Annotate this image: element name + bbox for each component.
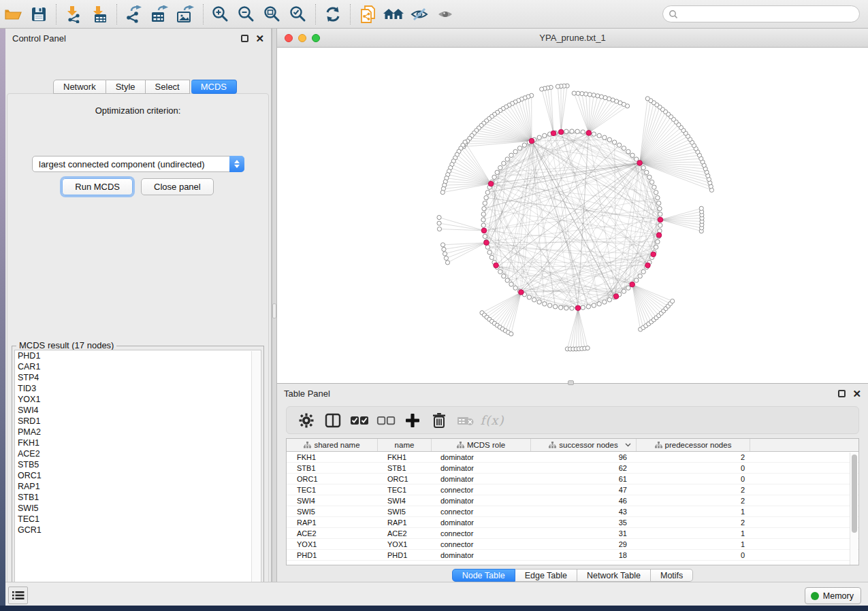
run-mcds-button[interactable]: Run MCDS — [62, 178, 133, 195]
node-table: shared name name MCDS role successor nod… — [286, 438, 859, 565]
mcds-list-scrollbar[interactable] — [251, 351, 260, 596]
tab-network[interactable]: Network — [53, 80, 106, 94]
network-canvas[interactable] — [277, 48, 868, 383]
column-header-mcds-role[interactable]: MCDS role — [432, 439, 531, 451]
column-header-predecessor-nodes[interactable]: predecessor nodes — [637, 439, 750, 451]
sort-chevron-icon[interactable] — [625, 443, 631, 447]
dropdown-stepper-icon — [229, 156, 244, 172]
dropdown-value: largest connected component (undirected) — [33, 159, 229, 169]
node-table-header: shared name name MCDS role successor nod… — [287, 439, 858, 452]
mcds-result-item[interactable]: FKH1 — [15, 437, 261, 448]
memory-button[interactable]: Memory — [805, 587, 861, 604]
splitter-handle[interactable] — [272, 303, 276, 318]
mcds-result-item[interactable]: ORC1 — [15, 470, 261, 481]
deselect-all-icon[interactable] — [376, 410, 396, 431]
optimization-criterion-dropdown[interactable]: largest connected component (undirected) — [32, 156, 244, 172]
float-table-panel-icon[interactable] — [838, 390, 846, 397]
save-icon[interactable] — [27, 3, 50, 25]
memory-label: Memory — [823, 591, 854, 601]
tab-style[interactable]: Style — [106, 80, 146, 94]
close-table-panel-icon[interactable]: ✕ — [852, 390, 861, 397]
table-scrollbar[interactable] — [850, 452, 858, 565]
table-row[interactable]: ORC1 ORC1 dominator 61 0 — [287, 474, 858, 484]
close-panel-icon[interactable]: ✕ — [255, 35, 264, 42]
tab-network-table[interactable]: Network Table — [577, 569, 651, 582]
table-panel: Table Panel ✕ f(x) s — [277, 383, 868, 582]
column-header-successor-nodes[interactable]: successor nodes — [531, 439, 637, 451]
mcds-result-groupbox: MCDS result (17 nodes) PHD1CAR1STP4TID3Y… — [12, 346, 264, 599]
network-window-titlebar[interactable]: YPA_prune.txt_1 — [277, 29, 868, 48]
toolbar-separator — [350, 4, 351, 24]
table-row[interactable]: SWI5 SWI5 connector 43 1 — [287, 506, 858, 517]
mcds-result-title: MCDS result (17 nodes) — [16, 340, 116, 350]
network-window-title: YPA_prune.txt_1 — [277, 33, 868, 43]
mcds-result-item[interactable]: SRD1 — [15, 416, 261, 427]
mcds-result-item[interactable]: RAP1 — [15, 481, 261, 492]
zoom-fit-icon[interactable] — [261, 3, 284, 25]
toolbar-separator — [315, 4, 316, 24]
mcds-result-item[interactable]: STB5 — [15, 459, 261, 470]
mcds-result-item[interactable]: STB1 — [15, 492, 261, 503]
mcds-result-item[interactable]: TEC1 — [15, 514, 261, 525]
share-document-icon[interactable] — [356, 3, 379, 25]
namespace-icon — [457, 442, 464, 448]
task-history-button[interactable] — [8, 587, 28, 604]
mcds-result-item[interactable]: CAR1 — [15, 361, 261, 372]
table-row[interactable]: FKH1 FKH1 dominator 96 2 — [287, 452, 858, 463]
zoom-selected-icon[interactable] — [287, 3, 310, 25]
gear-icon[interactable] — [296, 410, 317, 431]
home-icon[interactable] — [382, 3, 405, 25]
mcds-result-item[interactable]: YOX1 — [15, 394, 261, 405]
mcds-result-item[interactable]: SWI5 — [15, 503, 261, 514]
select-all-icon[interactable] — [349, 410, 370, 431]
close-panel-button[interactable]: Close panel — [141, 178, 214, 195]
tab-mcds[interactable]: MCDS — [191, 80, 237, 94]
table-row[interactable]: YOX1 YOX1 connector 29 1 — [287, 539, 858, 550]
mcds-result-item[interactable]: STP4 — [15, 372, 261, 383]
column-header-filler — [750, 439, 858, 451]
tab-edge-table[interactable]: Edge Table — [515, 569, 577, 582]
mcds-result-item[interactable]: TID3 — [15, 383, 261, 394]
table-row[interactable]: SWI4 SWI4 dominator 46 2 — [287, 495, 858, 506]
float-panel-icon[interactable] — [241, 35, 248, 42]
search-box[interactable] — [662, 5, 860, 22]
export-table-icon[interactable] — [148, 3, 172, 25]
tab-select[interactable]: Select — [146, 80, 190, 94]
column-header-name[interactable]: name — [378, 439, 432, 451]
table-row[interactable]: STB1 STB1 dominator 62 0 — [287, 463, 858, 474]
list-icon — [12, 591, 25, 600]
namespace-icon — [655, 442, 662, 448]
mcds-result-item[interactable]: GCR1 — [15, 525, 261, 535]
table-scrollbar-thumb[interactable] — [852, 455, 857, 533]
table-row[interactable]: PHD1 PHD1 dominator 18 0 — [287, 550, 858, 561]
table-row[interactable]: RAP1 RAP1 dominator 35 2 — [287, 517, 858, 528]
open-folder-icon[interactable] — [1, 3, 25, 25]
mcds-result-item[interactable]: PHD1 — [15, 350, 261, 361]
mcds-result-item[interactable]: ACE2 — [15, 448, 261, 459]
tab-node-table[interactable]: Node Table — [452, 569, 515, 582]
table-toolbar: f(x) — [286, 406, 859, 434]
mcds-result-list[interactable]: PHD1CAR1STP4TID3YOX1SWI4SRD1PMA2FKH1ACE2… — [14, 350, 261, 596]
mcds-result-item[interactable]: SWI4 — [15, 405, 261, 416]
import-table-icon[interactable] — [88, 3, 111, 25]
zoom-in-icon[interactable] — [209, 3, 232, 25]
refresh-icon[interactable] — [321, 3, 344, 25]
mcds-result-item[interactable]: PMA2 — [15, 427, 261, 437]
zoom-out-icon[interactable] — [235, 3, 258, 25]
mcds-tab-content: Optimization criterion: largest connecte… — [7, 93, 269, 605]
import-network-icon[interactable] — [62, 3, 85, 25]
show-eye-icon[interactable] — [434, 3, 457, 25]
tab-motifs[interactable]: Motifs — [651, 569, 693, 582]
table-panel-tabs: Node Table Edge Table Network Table Moti… — [277, 569, 868, 582]
export-image-icon[interactable] — [174, 3, 197, 25]
add-icon[interactable] — [402, 410, 423, 431]
split-columns-icon[interactable] — [323, 410, 343, 431]
export-network-icon[interactable] — [123, 3, 146, 25]
hide-eye-icon[interactable] — [408, 3, 431, 25]
table-row[interactable]: TEC1 TEC1 connector 47 2 — [287, 484, 858, 495]
delete-icon[interactable] — [429, 410, 449, 431]
search-input[interactable] — [681, 10, 859, 19]
column-header-shared-name[interactable]: shared name — [287, 439, 378, 451]
table-row[interactable]: ACE2 ACE2 connector 31 1 — [287, 528, 858, 539]
vertical-splitter[interactable] — [272, 29, 277, 582]
